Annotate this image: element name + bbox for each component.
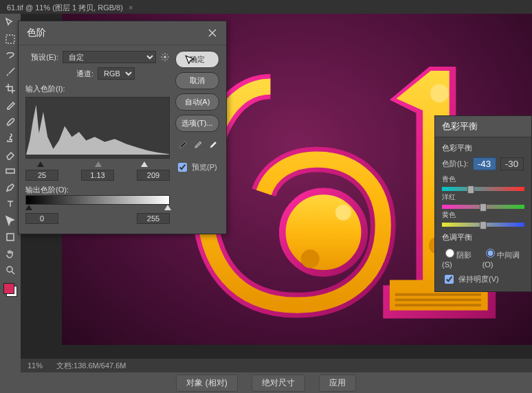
- cb-value-1[interactable]: [473, 157, 496, 170]
- input-black-field[interactable]: [25, 170, 58, 181]
- dialog-title: 色阶: [27, 27, 46, 39]
- cb-value-2[interactable]: [500, 157, 524, 170]
- eyedropper-gray-icon[interactable]: [192, 139, 203, 150]
- output-levels-label: 输出色阶(O):: [25, 185, 170, 195]
- hand-tool[interactable]: [3, 246, 18, 261]
- svg-point-5: [335, 205, 351, 221]
- output-black-field[interactable]: [25, 213, 58, 224]
- shadows-radio[interactable]: 阴影(S): [442, 247, 477, 269]
- eraser-tool[interactable]: [3, 147, 18, 162]
- yellow-blue-slider[interactable]: [442, 223, 524, 227]
- svg-rect-11: [395, 304, 481, 306]
- output-white-field[interactable]: [137, 213, 170, 224]
- zoom-tool[interactable]: [3, 262, 18, 278]
- bottom-bar: 对象 (相对) 绝对尺寸 应用: [0, 372, 532, 393]
- color-balance-panel: 色彩平衡 色彩平衡 色阶(L): 青色 洋红 黄色 色调平衡 阴影(S) 中间调…: [434, 115, 532, 292]
- svg-rect-10: [395, 299, 481, 302]
- output-gradient[interactable]: [25, 195, 170, 205]
- input-slider[interactable]: [25, 161, 170, 168]
- svg-rect-0: [6, 35, 14, 43]
- eyedropper-black-icon[interactable]: [177, 139, 188, 150]
- marquee-tool[interactable]: [3, 32, 18, 47]
- channel-label: 通道:: [60, 69, 93, 79]
- preset-select[interactable]: 自定: [63, 51, 156, 63]
- panel-title[interactable]: 色彩平衡: [435, 116, 531, 137]
- color-swatch[interactable]: [3, 283, 17, 297]
- zoom-level[interactable]: 11%: [27, 361, 43, 370]
- svg-point-7: [430, 84, 449, 102]
- cyan-red-slider[interactable]: [442, 187, 524, 191]
- cancel-button[interactable]: 取消: [175, 72, 219, 89]
- midtones-radio[interactable]: 中间调(O): [483, 247, 524, 269]
- close-icon[interactable]: [207, 27, 218, 38]
- svg-point-12: [164, 56, 166, 58]
- object-relative-button[interactable]: 对象 (相对): [176, 374, 237, 392]
- doc-info: 文档:138.6M/647.6M: [56, 361, 126, 371]
- shape-tool[interactable]: [3, 229, 18, 245]
- preserve-lum-checkbox[interactable]: 保持明度(V): [442, 273, 524, 286]
- svg-point-4: [282, 191, 365, 273]
- gear-icon[interactable]: [160, 52, 170, 62]
- move-tool[interactable]: [3, 15, 18, 30]
- input-gamma-field[interactable]: [81, 170, 114, 181]
- magenta-label: 洋红: [442, 192, 524, 202]
- preset-label: 预设(E):: [25, 52, 58, 63]
- channel-select[interactable]: RGB: [98, 67, 135, 80]
- tone-section-label: 色调平衡: [442, 232, 524, 243]
- pen-tool[interactable]: [3, 180, 18, 195]
- crop-tool[interactable]: [3, 81, 18, 96]
- lasso-tool[interactable]: [3, 48, 18, 63]
- brush-tool[interactable]: [3, 114, 18, 129]
- cb-section-label: 色彩平衡: [442, 143, 524, 153]
- stamp-tool[interactable]: [3, 131, 18, 146]
- eyedropper-tool[interactable]: [3, 98, 18, 113]
- ok-button[interactable]: 确定: [175, 51, 219, 68]
- absolute-size-button[interactable]: 绝对尺寸: [252, 374, 305, 392]
- path-tool[interactable]: [3, 213, 18, 228]
- input-white-field[interactable]: [137, 170, 170, 181]
- histogram: [25, 97, 170, 159]
- yellow-label: 黄色: [442, 210, 524, 220]
- options-button[interactable]: 选项(T)...: [175, 115, 219, 132]
- status-bar: 11% 文档:138.6M/647.6M: [21, 359, 532, 372]
- wand-tool[interactable]: [3, 65, 18, 80]
- svg-point-3: [7, 267, 12, 272]
- cb-levels-label: 色阶(L):: [442, 159, 469, 169]
- magenta-green-slider[interactable]: [442, 205, 524, 209]
- gradient-tool[interactable]: [3, 164, 18, 179]
- close-tab-icon[interactable]: ×: [129, 3, 133, 12]
- cursor-icon: [184, 54, 197, 67]
- svg-rect-9: [395, 293, 481, 296]
- output-slider[interactable]: [25, 205, 170, 212]
- apply-button[interactable]: 应用: [319, 374, 356, 392]
- eyedropper-white-icon[interactable]: [207, 139, 218, 150]
- cyan-label: 青色: [442, 175, 524, 184]
- svg-rect-2: [7, 234, 14, 240]
- type-tool[interactable]: [3, 196, 18, 212]
- auto-button[interactable]: 自动(A): [175, 93, 219, 111]
- levels-dialog: 色阶 预设(E): 自定 通道: RGB 输入色阶(I): 输出色阶(O): 确…: [18, 21, 227, 234]
- svg-point-6: [301, 249, 320, 268]
- svg-rect-1: [6, 169, 14, 173]
- preview-checkbox[interactable]: 预览(P): [175, 161, 219, 174]
- input-levels-label: 输入色阶(I):: [25, 84, 170, 94]
